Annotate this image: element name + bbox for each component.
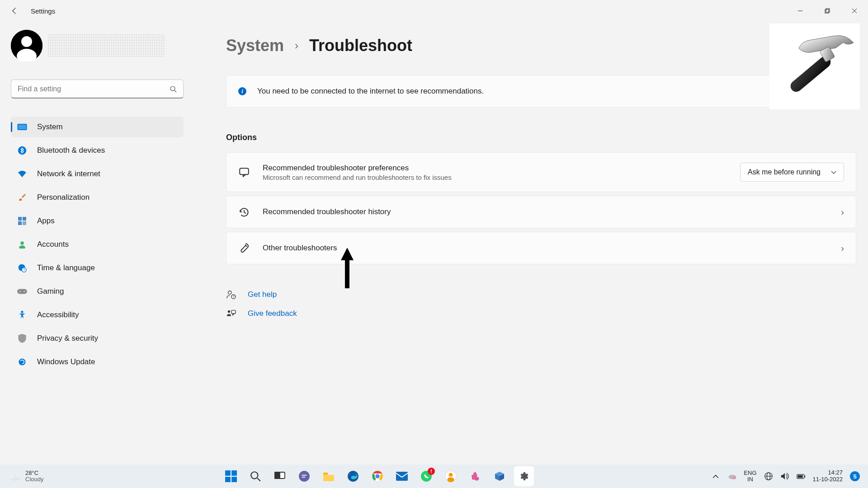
card-recommended-history[interactable]: Recommended troubleshooter history › — [226, 196, 856, 228]
nav-network[interactable]: Network & internet — [11, 164, 184, 184]
get-help-link[interactable]: ? Get help — [226, 290, 856, 300]
nav-bluetooth[interactable]: Bluetooth & devices — [11, 140, 184, 161]
clock-time: 14:27 — [813, 469, 843, 476]
feedback-link-label: Give feedback — [248, 309, 297, 318]
taskbar-app-flame[interactable] — [465, 466, 485, 486]
taskbar-chrome-profile[interactable] — [441, 466, 461, 486]
notification-badge: ! — [428, 468, 435, 475]
taskbar: 28°C Cloudy ! — [0, 465, 868, 488]
profile-name-redacted — [48, 34, 165, 57]
taskbar-weather[interactable]: 28°C Cloudy — [8, 470, 43, 483]
update-icon — [17, 357, 27, 367]
svg-point-53 — [299, 471, 310, 482]
nav-label: System — [37, 122, 63, 131]
taskbar-chrome[interactable] — [368, 466, 387, 486]
tray-onedrive-icon[interactable] — [727, 472, 736, 481]
card-subtitle: Microsoft can recommend and run troubles… — [263, 174, 727, 181]
give-feedback-link[interactable]: Give feedback — [226, 309, 856, 319]
taskbar-whatsapp[interactable]: ! — [416, 466, 436, 486]
taskbar-file-explorer[interactable] — [319, 466, 339, 486]
nav-system[interactable]: System — [11, 117, 184, 137]
back-button[interactable] — [9, 5, 20, 16]
info-banner-text: You need to be connected to the internet… — [257, 87, 484, 96]
taskbar-edge[interactable] — [343, 466, 363, 486]
taskbar-right: ENG IN 14:27 11-10-2022 5 — [711, 469, 860, 483]
weather-condition: Cloudy — [25, 476, 43, 483]
help-links: ? Get help Give feedback — [226, 290, 856, 319]
nav-label: Accounts — [37, 240, 69, 249]
taskbar-search[interactable] — [245, 466, 265, 486]
taskbar-settings[interactable] — [514, 466, 534, 486]
tray-chevron-up-icon[interactable] — [711, 472, 720, 481]
taskbar-language[interactable]: ENG IN — [744, 470, 756, 483]
card-title: Recommended troubleshooter preferences — [263, 164, 727, 173]
profile-section[interactable] — [11, 25, 184, 66]
svg-rect-52 — [275, 472, 280, 479]
nav-accessibility[interactable]: Accessibility — [11, 305, 184, 325]
nav-label: Time & language — [37, 263, 95, 272]
main-content: System › Troubleshoot i You need to be c… — [194, 22, 868, 465]
svg-rect-11 — [18, 125, 26, 130]
search-icon — [170, 85, 177, 93]
nav-privacy[interactable]: Privacy & security — [11, 328, 184, 349]
avatar — [11, 30, 42, 61]
svg-point-19 — [19, 245, 25, 249]
close-button[interactable] — [841, 0, 868, 22]
svg-rect-16 — [18, 221, 22, 225]
svg-rect-47 — [225, 477, 231, 482]
svg-point-49 — [251, 472, 258, 479]
preferences-dropdown[interactable]: Ask me before running — [740, 163, 844, 182]
svg-line-9 — [175, 90, 176, 92]
nav-apps[interactable]: Apps — [11, 211, 184, 231]
svg-line-32 — [244, 212, 246, 213]
nav-time[interactable]: Time & language — [11, 258, 184, 278]
search-input[interactable] — [18, 85, 170, 93]
svg-rect-73 — [804, 475, 805, 478]
task-view[interactable] — [270, 466, 290, 486]
taskbar-app-cube[interactable] — [490, 466, 509, 486]
taskbar-notifications[interactable]: 5 — [850, 471, 860, 481]
maximize-button[interactable] — [814, 0, 841, 22]
info-icon: i — [238, 87, 246, 95]
tray-battery-icon[interactable] — [797, 472, 806, 481]
start-button[interactable] — [221, 466, 241, 486]
wifi-icon — [17, 169, 27, 179]
annotation-arrow — [339, 248, 355, 288]
svg-rect-39 — [231, 310, 236, 314]
card-recommended-preferences[interactable]: Recommended troubleshooter preferences M… — [226, 152, 856, 192]
minimize-button[interactable] — [787, 0, 814, 22]
card-text: Recommended troubleshooter preferences M… — [263, 164, 727, 181]
search-box[interactable] — [11, 80, 184, 99]
svg-rect-45 — [225, 470, 231, 476]
svg-point-18 — [20, 241, 24, 245]
nav-label: Bluetooth & devices — [37, 146, 105, 155]
card-text: Recommended troubleshooter history — [263, 207, 828, 216]
nav-label: Accessibility — [37, 310, 79, 319]
taskbar-mail[interactable] — [392, 466, 412, 486]
taskbar-chat[interactable] — [294, 466, 314, 486]
paintbrush-icon — [17, 192, 27, 202]
card-other-troubleshooters[interactable]: Other troubleshooters › — [226, 232, 856, 264]
display-icon — [17, 122, 27, 132]
svg-rect-15 — [23, 217, 26, 221]
svg-line-50 — [257, 478, 260, 481]
tray-volume-icon[interactable] — [780, 472, 789, 481]
nav: System Bluetooth & devices Network & int… — [11, 117, 184, 372]
tray-network-icon[interactable] — [764, 472, 773, 481]
nav-personalization[interactable]: Personalization — [11, 187, 184, 208]
taskbar-clock[interactable]: 14:27 11-10-2022 — [813, 469, 843, 483]
chat-icon — [238, 166, 250, 178]
options-heading: Options — [226, 133, 856, 142]
svg-rect-30 — [240, 168, 249, 174]
svg-point-43 — [9, 474, 14, 479]
svg-rect-60 — [396, 472, 408, 481]
history-icon — [238, 206, 250, 218]
nav-update[interactable]: Windows Update — [11, 352, 184, 372]
nav-label: Personalization — [37, 193, 90, 202]
breadcrumb-parent[interactable]: System — [226, 36, 284, 55]
window-title: Settings — [31, 7, 55, 15]
nav-gaming[interactable]: Gaming — [11, 281, 184, 302]
nav-accounts[interactable]: Accounts — [11, 234, 184, 255]
chevron-right-icon: › — [841, 207, 844, 217]
help-link-label: Get help — [248, 290, 277, 299]
